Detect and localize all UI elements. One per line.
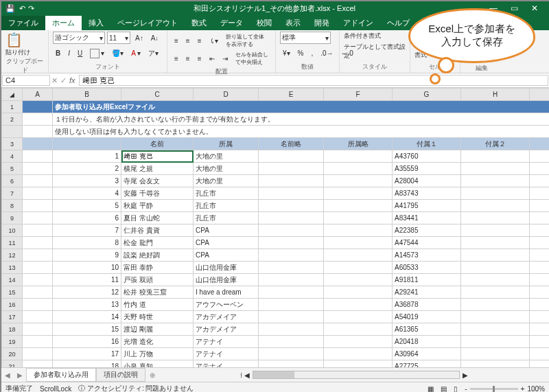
status-accessibility[interactable]: ⓘ アクセシビリティ: 問題ありません xyxy=(78,384,194,392)
select-all-button[interactable]: ◢ xyxy=(2,89,23,101)
cell[interactable] xyxy=(461,200,530,212)
orientation-button[interactable]: ⤹▾ xyxy=(207,36,221,46)
cell[interactable]: 10 xyxy=(53,262,121,274)
cell[interactable] xyxy=(23,212,53,224)
cell[interactable]: 山口信用金庫 xyxy=(194,274,259,286)
cell[interactable] xyxy=(530,175,550,187)
cell[interactable]: アウフヘーベン xyxy=(194,299,259,311)
cell[interactable]: 川上 万物 xyxy=(121,348,194,360)
fx-icon[interactable]: fx xyxy=(69,76,75,84)
cell[interactable]: A83743 xyxy=(393,187,461,200)
cell[interactable] xyxy=(23,224,53,237)
cell[interactable]: 14 xyxy=(53,311,121,323)
cell[interactable] xyxy=(259,150,324,163)
cell[interactable] xyxy=(23,187,53,200)
cell[interactable] xyxy=(461,336,530,348)
cell[interactable] xyxy=(23,150,53,163)
cell[interactable]: 16 xyxy=(53,336,121,348)
cell[interactable]: 2 xyxy=(53,163,121,175)
grid[interactable]: ◢ A B C D E F G H I 1参加者取り込み用Excelファイル 2… xyxy=(1,88,549,367)
row-header[interactable]: 4 xyxy=(2,150,23,163)
cell[interactable] xyxy=(23,299,53,311)
cell[interactable] xyxy=(530,224,550,237)
cell[interactable] xyxy=(259,323,324,336)
cell[interactable] xyxy=(23,163,53,175)
cell[interactable]: A60533 xyxy=(393,262,461,274)
row-header[interactable]: 6 xyxy=(2,175,23,187)
row-header[interactable]: 16 xyxy=(2,299,23,311)
col-title-g[interactable]: 付属１ xyxy=(393,138,461,150)
cell[interactable] xyxy=(530,311,550,323)
cell[interactable] xyxy=(461,163,530,175)
col-title-f[interactable]: 所属略 xyxy=(324,138,393,150)
cell[interactable]: アテナイ xyxy=(194,348,259,360)
row-header[interactable]: 1 xyxy=(2,101,23,113)
cell[interactable] xyxy=(324,311,393,323)
cell[interactable] xyxy=(259,163,324,175)
cell[interactable]: A22385 xyxy=(393,224,461,237)
cell[interactable] xyxy=(461,348,530,360)
cell[interactable] xyxy=(324,175,393,187)
cell[interactable]: 孔丘市 xyxy=(194,212,259,224)
merge-button[interactable]: セルを結合して中央揃え xyxy=(233,49,271,67)
cell[interactable]: 山口信用金庫 xyxy=(194,262,259,274)
row-header[interactable]: 20 xyxy=(2,348,23,360)
row-header[interactable]: 12 xyxy=(2,249,23,262)
underline-button[interactable]: U xyxy=(75,48,85,58)
cell[interactable]: 13 xyxy=(53,299,121,311)
table-format-button[interactable]: テーブルとして書式設定 xyxy=(344,43,406,60)
cell[interactable] xyxy=(530,212,550,224)
cell[interactable] xyxy=(461,360,530,368)
row-header[interactable]: 17 xyxy=(2,311,23,323)
cell[interactable]: 松金 龍門 xyxy=(121,237,194,249)
cell[interactable] xyxy=(324,150,393,163)
cell[interactable] xyxy=(530,262,550,274)
add-sheet-button[interactable]: ⊕ xyxy=(145,371,159,379)
cell[interactable] xyxy=(23,311,53,323)
cell[interactable] xyxy=(23,262,53,274)
cell[interactable] xyxy=(461,249,530,262)
cell[interactable]: 6 xyxy=(53,212,121,224)
bold-button[interactable]: B xyxy=(53,48,63,58)
row-header[interactable]: 14 xyxy=(2,274,23,286)
zoom-out-button[interactable]: - xyxy=(465,385,467,393)
zoom-in-button[interactable]: + xyxy=(521,385,525,393)
cell[interactable]: CPA xyxy=(194,249,259,262)
indent-inc-button[interactable]: ⇥ xyxy=(220,54,231,64)
cell[interactable] xyxy=(461,311,530,323)
cell[interactable] xyxy=(324,286,393,299)
font-name-select[interactable]: 游ゴシック▾ xyxy=(53,32,105,44)
zoom-value[interactable]: 100% xyxy=(527,385,545,393)
horizontal-scrollbar[interactable] xyxy=(253,371,460,379)
cell[interactable]: 8 xyxy=(53,237,121,249)
align-center-button[interactable]: ≡ xyxy=(183,54,193,64)
cancel-icon[interactable]: ✕ xyxy=(51,76,58,85)
cell[interactable]: 大地の里 xyxy=(194,175,259,187)
cell[interactable] xyxy=(530,348,550,360)
tab-insert[interactable]: 挿入 xyxy=(82,16,110,30)
col-header[interactable]: F xyxy=(324,89,393,101)
row-header[interactable]: 8 xyxy=(2,200,23,212)
cell[interactable] xyxy=(530,163,550,175)
cell[interactable]: 竹内 道 xyxy=(121,299,194,311)
cell[interactable]: 光増 造化 xyxy=(121,336,194,348)
cell[interactable] xyxy=(530,286,550,299)
align-mid-button[interactable]: ≡ xyxy=(183,36,193,46)
sheet-tab-other[interactable]: 項目の説明 xyxy=(96,368,145,382)
cell[interactable] xyxy=(461,212,530,224)
cell[interactable]: 3 xyxy=(53,175,121,187)
font-size-select[interactable]: 11▾ xyxy=(107,32,130,44)
tab-home[interactable]: ホーム xyxy=(45,16,82,30)
cell[interactable] xyxy=(259,212,324,224)
sheet-nav-next[interactable]: ▶ xyxy=(14,371,26,379)
cell[interactable]: A47544 xyxy=(393,237,461,249)
cell[interactable] xyxy=(324,212,393,224)
cell[interactable]: A14573 xyxy=(393,249,461,262)
cell[interactable] xyxy=(259,299,324,311)
cell[interactable] xyxy=(530,323,550,336)
row-header[interactable]: 11 xyxy=(2,237,23,249)
align-right-button[interactable]: ≡ xyxy=(195,54,205,64)
cell[interactable] xyxy=(259,348,324,360)
cell[interactable] xyxy=(324,348,393,360)
tab-formulas[interactable]: 数式 xyxy=(185,16,213,30)
